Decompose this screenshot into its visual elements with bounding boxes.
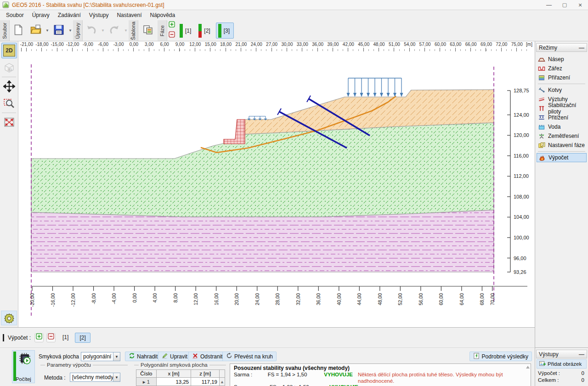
method-select[interactable]: [všechny metody] ▼ xyxy=(70,373,120,382)
template-button[interactable] xyxy=(139,22,157,39)
toolbar-group-file[interactable]: Soubor xyxy=(0,20,10,41)
menu-item-pravy[interactable]: Úpravy xyxy=(28,11,54,20)
detailed-results-button[interactable]: Podrobné výsledky xyxy=(469,352,532,361)
phase-button-1[interactable]: [1] xyxy=(178,23,195,39)
ruler-label: 45,00 xyxy=(358,42,369,47)
maximize-button[interactable]: ▢ xyxy=(557,0,572,10)
drawing-canvas[interactable]: -20,00-16,00-12,00-8,00-4,000,004,008,00… xyxy=(18,41,535,327)
toolbar-group-edit[interactable]: Úpravy xyxy=(73,20,83,41)
add-analysis-button[interactable] xyxy=(34,333,44,342)
remove-analysis-button[interactable] xyxy=(46,333,56,342)
analysis-phase-button-2[interactable]: [2] xyxy=(75,333,90,343)
sidebar-item-analysis[interactable]: Výpočet xyxy=(537,153,587,162)
menu-item-vstupy[interactable]: Výstupy xyxy=(85,11,113,20)
ruler-label: 57,00 xyxy=(419,42,431,47)
menu-item-nastaven[interactable]: Nastavení xyxy=(113,11,146,20)
modes-panel-title: Režimy xyxy=(539,45,557,51)
edit-button[interactable]: Upravit xyxy=(158,352,191,361)
open-file-button[interactable] xyxy=(28,22,44,39)
view-3d-button[interactable]: 3D xyxy=(1,60,17,75)
toolbar-group-template[interactable]: Šablona xyxy=(129,20,138,41)
svg-text:120,00: 120,00 xyxy=(514,132,529,138)
titlebar: GEO5 2016 - Stabilita svahu [C:\Stabilit… xyxy=(0,0,588,10)
result-fs-value: FS = 1,94 > 1,50 xyxy=(268,372,324,384)
sidebar-item-label: Stabilizační piloty xyxy=(548,102,585,115)
fit-view-button[interactable] xyxy=(1,114,17,130)
x-value-cell[interactable]: 13,25 xyxy=(156,378,191,386)
ruler-label: -18,00 xyxy=(35,42,48,47)
toolbar-group-phase[interactable]: Fáze xyxy=(158,20,167,41)
zoom-select-button[interactable] xyxy=(1,96,17,111)
save-file-dropdown[interactable]: ▼ xyxy=(68,22,73,39)
menu-item-soubor[interactable]: Soubor xyxy=(2,11,28,20)
phase-button-2[interactable]: [2] xyxy=(197,23,214,39)
z-value-cell[interactable]: 117,19 xyxy=(191,378,220,386)
view-2d-button[interactable]: 2D xyxy=(1,43,17,58)
settings-gear-button[interactable] xyxy=(1,311,17,325)
chevron-down-icon: ▼ xyxy=(113,352,120,361)
sidebar-item-water[interactable]: Voda xyxy=(537,122,587,131)
phase-button-3[interactable]: [3] xyxy=(216,23,234,39)
redo-dropdown[interactable]: ▼ xyxy=(123,22,129,39)
undo-dropdown[interactable]: ▼ xyxy=(100,22,106,39)
delete-button[interactable]: Odstranit xyxy=(188,352,226,361)
earthquake-icon xyxy=(538,133,546,140)
ruler-label: 54,00 xyxy=(404,42,415,47)
minus-badge-icon xyxy=(48,333,55,342)
app-window: GEO5 2016 - Stabilita svahu [C:\Stabilit… xyxy=(0,0,588,386)
svg-text:60,00: 60,00 xyxy=(438,293,444,305)
open-file-dropdown[interactable]: ▼ xyxy=(45,22,50,39)
sidebar-item-embankment[interactable]: Násep xyxy=(537,55,587,64)
svg-text:-20,00: -20,00 xyxy=(29,293,35,307)
scroll-up-icon[interactable] xyxy=(526,366,530,369)
table-row[interactable]: ▸ 113,25117,19▲ xyxy=(136,378,225,386)
minimize-button[interactable]: — xyxy=(541,0,557,10)
menu-item-npovda[interactable]: Nápověda xyxy=(146,11,179,20)
convert-circle-button[interactable]: Převést na kruh xyxy=(222,352,277,361)
table-group-title: Polygonální smyková plocha xyxy=(134,362,226,368)
undo-button[interactable] xyxy=(83,22,100,39)
sidebar-item-piles[interactable]: Stabilizační piloty xyxy=(537,104,587,113)
panel-splitter-handle[interactable] xyxy=(3,334,4,341)
table-header-x: x [m] xyxy=(156,370,191,378)
sidebar-item-phase-settings[interactable]: 12Nastavení fáze xyxy=(537,141,587,150)
results-title: Posouzení stability svahu (všechny metod… xyxy=(230,364,531,372)
sidebar-item-earthquake[interactable]: Zemětřesení xyxy=(537,131,587,141)
sidebar-item-assignment[interactable]: Přiřazení xyxy=(537,73,587,82)
svg-text:-16,00: -16,00 xyxy=(50,293,56,307)
outputs-panel-collapse-button[interactable]: — xyxy=(579,352,584,356)
method-label: Metoda : xyxy=(44,375,66,381)
slip-surface-select[interactable]: polygonální ▼ xyxy=(81,352,120,361)
analysis-panel: Počítej Smyková plocha : polygonální ▼ N… xyxy=(0,347,535,386)
fit-view-icon xyxy=(3,116,15,128)
pan-button[interactable] xyxy=(1,79,17,94)
modes-panel-collapse-button[interactable]: — xyxy=(579,46,584,50)
svg-text:52,00: 52,00 xyxy=(397,293,403,305)
add-phase-button[interactable] xyxy=(169,21,175,30)
sidebar-item-anchor[interactable]: Kotvy xyxy=(537,85,587,95)
close-button[interactable]: × xyxy=(572,0,588,10)
modes-panel-header: Režimy — xyxy=(536,43,587,52)
replace-button[interactable]: Nahradit xyxy=(125,352,161,361)
ruler-label: -12,00 xyxy=(66,42,79,47)
table-scroll-up-button[interactable]: ▲ xyxy=(220,378,225,386)
new-file-button[interactable] xyxy=(10,22,27,39)
ruler-label: -6,00 xyxy=(98,42,108,47)
sidebar-item-cut[interactable]: Zářez xyxy=(537,64,587,73)
sidebar-item-label: Výztuhy xyxy=(548,96,568,102)
compute-button[interactable]: Počítej xyxy=(12,350,35,383)
add-picture-button[interactable]: Přidat obrázek xyxy=(537,359,587,369)
surcharge-load-large[interactable] xyxy=(347,78,403,97)
table-header-z: z [m] xyxy=(191,370,220,378)
redo-button[interactable] xyxy=(106,22,123,39)
soil-layer-green xyxy=(31,123,494,217)
ruler-label: 66,00 xyxy=(465,42,477,47)
analysis-phase-button-1[interactable]: [1] xyxy=(58,333,73,343)
outputs-row-value: 0 xyxy=(582,370,584,376)
remove-phase-button[interactable] xyxy=(169,31,175,40)
undo-icon xyxy=(86,24,97,37)
svg-text:12,00: 12,00 xyxy=(193,293,198,305)
zoom-select-icon xyxy=(3,97,15,109)
menu-item-zadvn[interactable]: Zadávání xyxy=(54,11,85,20)
save-file-button[interactable] xyxy=(51,22,67,39)
